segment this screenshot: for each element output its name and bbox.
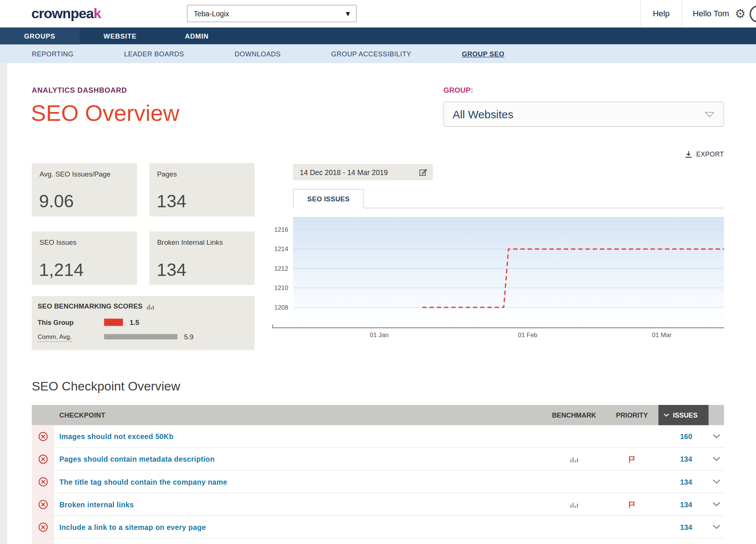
chart-area: 1208121012121214121601 Jan01 Feb01 Mar xyxy=(260,212,726,343)
stat-label: Avg. SEO Issues/Page xyxy=(40,170,110,178)
tab-seo-issues[interactable]: SEO ISSUES xyxy=(293,189,364,209)
expander-cell xyxy=(709,493,724,515)
header-status-column xyxy=(32,405,54,425)
content-panel: ANALYTICS DASHBOARD SEO Overview GROUP: … xyxy=(7,63,756,544)
issues-cell xyxy=(658,538,709,544)
nav-item-website[interactable]: WEBSITE xyxy=(79,27,161,44)
benchmark-cell xyxy=(543,493,605,515)
checkpoint-link[interactable]: Include a link to a sitemap on every pag… xyxy=(59,523,206,531)
caret-down-icon: ▼ xyxy=(346,10,350,17)
priority-flag-icon xyxy=(628,500,636,508)
error-circle-x-icon xyxy=(38,522,48,532)
subnav-item-leader-boards[interactable]: LEADER BOARDS xyxy=(124,50,184,58)
seo-benchmarking-card: SEO BENCHMARKING SCORES This Group 1.5 C… xyxy=(32,296,255,350)
benchmark-cell xyxy=(543,448,605,470)
export-button[interactable]: EXPORT xyxy=(684,151,724,158)
benchmark-row-label: Comm. Avg. xyxy=(37,333,104,340)
crownpeak-logo: crownpeak xyxy=(32,6,101,22)
checkpoint-row: Broken internal links 134 xyxy=(32,493,724,516)
benchmark-row-label-text: Comm. Avg. xyxy=(37,333,72,342)
expand-row-chevron-icon[interactable] xyxy=(712,479,720,484)
header-benchmark: BENCHMARK xyxy=(543,405,605,425)
benchmark-cell xyxy=(543,538,605,544)
svg-text:1208: 1208 xyxy=(274,304,288,311)
checkpoint-rows: Images should not exceed 50Kb 160 xyxy=(32,425,724,544)
stat-card-broken-internal-links: Broken Internal Links 134 xyxy=(149,231,254,285)
stat-label: Pages xyxy=(157,170,177,178)
date-range-box: 14 Dec 2018 - 14 Mar 2019 xyxy=(293,164,433,180)
checkpoint-cell: Broken internal links xyxy=(54,493,543,515)
logo-accent: k xyxy=(93,6,101,22)
issues-cell: 134 xyxy=(658,471,709,493)
content-outer: ANALYTICS DASHBOARD SEO Overview GROUP: … xyxy=(0,63,756,544)
issues-count: 134 xyxy=(680,478,692,486)
svg-text:01 Feb: 01 Feb xyxy=(518,332,538,339)
subnav-item-group-seo[interactable]: GROUP SEO xyxy=(462,50,505,58)
status-cell xyxy=(32,448,54,470)
issues-cell: 160 xyxy=(658,425,709,448)
help-link[interactable]: Help xyxy=(640,0,682,27)
subnav-item-reporting[interactable]: REPORTING xyxy=(32,50,74,58)
stats-grid: Avg. SEO Issues/Page 9.06 Pages 134 SEO … xyxy=(32,163,255,285)
subnav-item-group-accessibility[interactable]: GROUP ACCESSIBILITY xyxy=(331,50,411,58)
partial-circle-icon[interactable] xyxy=(749,5,756,23)
checkpoint-link[interactable]: The title tag should contain the company… xyxy=(59,478,227,486)
checkpoint-cell: The title tag should contain the company… xyxy=(54,471,543,493)
svg-text:1214: 1214 xyxy=(274,245,288,253)
user-greeting[interactable]: Hello Tom xyxy=(682,9,731,19)
checkpoint-link[interactable]: Broken internal links xyxy=(59,500,134,508)
status-cell xyxy=(32,425,54,448)
dashboard-eyebrow: ANALYTICS DASHBOARD xyxy=(32,86,127,94)
main-nav: GROUPS WEBSITE ADMIN xyxy=(0,27,756,44)
nav-item-groups[interactable]: GROUPS xyxy=(0,27,79,44)
group-selector-dropdown[interactable]: All Websites xyxy=(443,102,724,127)
expander-cell xyxy=(709,425,724,448)
subnav-item-downloads[interactable]: DOWNLOADS xyxy=(235,50,281,58)
nav-item-admin[interactable]: ADMIN xyxy=(161,27,233,44)
status-cell xyxy=(32,538,54,544)
expand-row-chevron-icon[interactable] xyxy=(712,456,720,461)
settings-gear-icon[interactable]: ⚙ xyxy=(731,8,750,20)
priority-cell xyxy=(605,425,658,448)
expander-cell xyxy=(709,471,724,493)
expander-cell xyxy=(709,448,724,470)
benchmark-icon xyxy=(570,455,578,463)
checkpoint-section-title: SEO Checkpoint Overview xyxy=(32,379,180,394)
checkpoint-row: Images should not exceed 50Kb 160 xyxy=(32,425,724,448)
checkpoint-table-header: CHECKPOINT BENCHMARK PRIORITY ISSUES xyxy=(32,405,724,425)
site-selector-dropdown[interactable]: Teba-Logix ▼ xyxy=(187,5,357,22)
top-bar-right: Help Hello Tom ⚙ xyxy=(640,0,756,27)
issues-count: 160 xyxy=(680,432,692,440)
expand-row-chevron-icon[interactable] xyxy=(712,434,720,439)
download-icon xyxy=(684,151,693,158)
benchmark-row-label: This Group xyxy=(37,319,104,326)
svg-text:1216: 1216 xyxy=(274,226,288,233)
expand-row-chevron-icon[interactable] xyxy=(712,502,720,507)
benchmark-cell xyxy=(543,471,605,493)
export-label: EXPORT xyxy=(696,151,724,158)
header-priority: PRIORITY xyxy=(605,405,658,425)
sort-chevron-down-icon xyxy=(663,413,670,417)
benchmark-row-value: 1.5 xyxy=(130,319,139,326)
edit-date-range-icon[interactable] xyxy=(419,168,427,176)
benchmarking-title: SEO BENCHMARKING SCORES xyxy=(37,302,142,310)
benchmark-cell xyxy=(543,425,605,448)
stat-label: Broken Internal Links xyxy=(157,239,223,247)
priority-cell xyxy=(605,471,658,493)
date-range-value: 14 Dec 2018 - 14 Mar 2019 xyxy=(300,168,388,176)
sub-nav: REPORTING LEADER BOARDS DOWNLOADS GROUP … xyxy=(0,44,756,63)
checkpoint-link[interactable]: Pages should contain metadata descriptio… xyxy=(59,455,215,463)
expander-cell xyxy=(709,516,724,538)
stat-label: SEO Issues xyxy=(40,239,77,247)
checkpoint-link[interactable]: Images should not exceed 50Kb xyxy=(59,432,174,440)
stat-value: 1,214 xyxy=(39,260,83,280)
priority-flag-icon xyxy=(628,455,636,463)
checkpoint-row: The title tag should contain the company… xyxy=(32,471,724,493)
expand-row-chevron-icon[interactable] xyxy=(712,524,720,529)
stat-value: 134 xyxy=(156,260,186,280)
benchmark-bar xyxy=(104,319,123,326)
svg-text:01 Jan: 01 Jan xyxy=(370,332,389,339)
top-bar: crownpeak Teba-Logix ▼ Help Hello Tom ⚙ xyxy=(0,0,756,27)
group-label: GROUP: xyxy=(443,86,473,94)
header-issues-sort[interactable]: ISSUES xyxy=(658,405,709,425)
